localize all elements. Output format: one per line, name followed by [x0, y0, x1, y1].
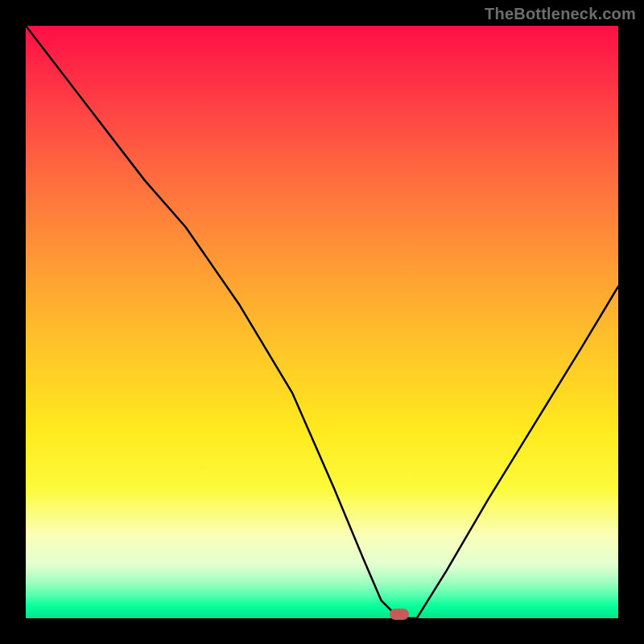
optimal-marker	[390, 609, 409, 620]
watermark-text: TheBottleneck.com	[485, 5, 636, 23]
bottleneck-curve-path	[26, 26, 618, 618]
curve-svg	[26, 26, 618, 618]
chart-frame: TheBottleneck.com	[0, 0, 644, 644]
plot-area	[26, 26, 618, 618]
